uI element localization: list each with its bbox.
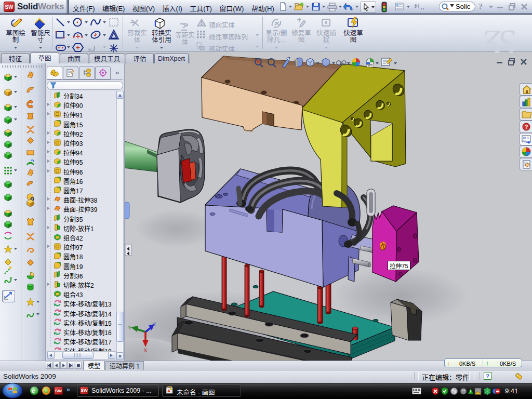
svg-text:Y: Y (128, 324, 132, 330)
svg-text:拉伸75: 拉伸75 (390, 261, 408, 270)
svg-text:Z: Z (153, 321, 156, 327)
svg-text:?: ? (525, 124, 528, 130)
svg-text:!: ! (201, 19, 202, 26)
svg-text:X: X (143, 347, 148, 353)
